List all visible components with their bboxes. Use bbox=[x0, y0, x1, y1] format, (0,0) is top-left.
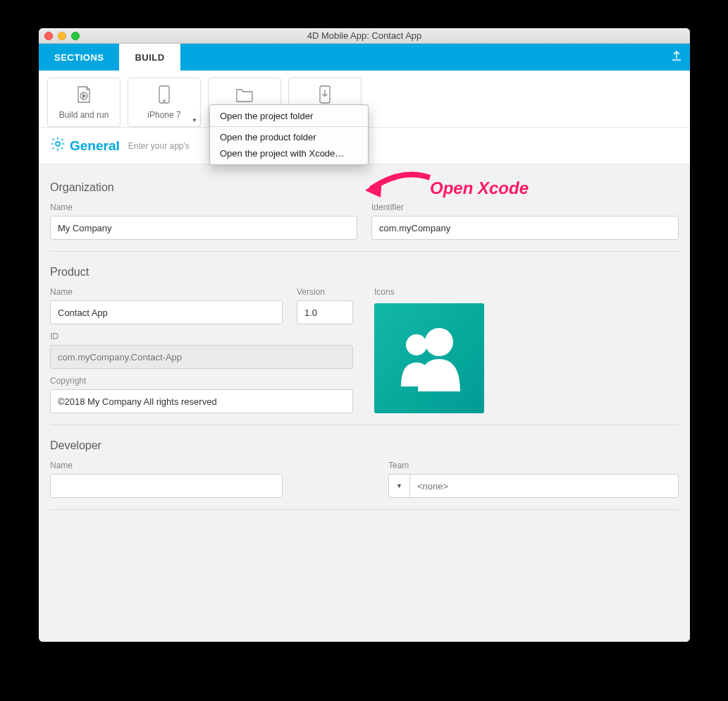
divider bbox=[50, 425, 679, 425]
tabbar: SECTIONS BUILD bbox=[39, 44, 690, 71]
content-area: Organization Name Identifier Product Nam… bbox=[39, 164, 690, 642]
menu-divider bbox=[210, 126, 368, 127]
product-id-label: ID bbox=[50, 331, 353, 341]
divider bbox=[50, 251, 679, 252]
product-version-label: Version bbox=[297, 287, 353, 297]
people-icon bbox=[387, 319, 471, 397]
svg-point-6 bbox=[425, 328, 453, 356]
tab-sections[interactable]: SECTIONS bbox=[39, 44, 119, 71]
upload-icon[interactable] bbox=[672, 49, 681, 63]
menu-open-with-xcode[interactable]: Open the project with Xcode… bbox=[210, 145, 368, 161]
toolbar-label: iPhone 7 bbox=[147, 110, 180, 120]
window-controls bbox=[44, 32, 80, 40]
group-product: Product bbox=[50, 266, 679, 279]
org-name-field[interactable] bbox=[50, 216, 357, 240]
product-copyright-label: Copyright bbox=[50, 376, 353, 386]
menu-open-project-folder[interactable]: Open the project folder bbox=[210, 108, 368, 124]
product-name-label: Name bbox=[50, 287, 283, 297]
group-organization: Organization bbox=[50, 181, 679, 194]
team-dropdown-button[interactable]: ▼ bbox=[388, 474, 409, 498]
svg-point-4 bbox=[56, 142, 60, 146]
section-hint: Enter your app's bbox=[128, 141, 190, 151]
menu-open-product-folder[interactable]: Open the product folder bbox=[210, 129, 368, 145]
product-copyright-field[interactable] bbox=[50, 389, 353, 413]
folder-icon bbox=[235, 87, 254, 104]
annotation-text: Open Xcode bbox=[430, 178, 529, 198]
minimize-icon[interactable] bbox=[58, 32, 66, 40]
toolbar-label: Build and run bbox=[59, 110, 109, 120]
product-name-field[interactable] bbox=[50, 300, 283, 324]
phone-icon bbox=[159, 85, 170, 106]
dev-name-field[interactable] bbox=[50, 474, 283, 498]
svg-point-5 bbox=[406, 334, 427, 355]
section-title: General bbox=[50, 136, 120, 155]
tab-build[interactable]: BUILD bbox=[119, 44, 180, 71]
svg-point-2 bbox=[164, 99, 165, 101]
project-dropdown-menu: Open the project folder Open the product… bbox=[209, 104, 369, 165]
app-icon-preview[interactable] bbox=[374, 303, 484, 413]
team-field[interactable] bbox=[409, 474, 679, 498]
group-developer: Developer bbox=[50, 439, 679, 452]
org-identifier-field[interactable] bbox=[371, 216, 679, 240]
device-select-button[interactable]: iPhone 7 ▼ bbox=[128, 78, 201, 127]
product-version-field[interactable] bbox=[297, 300, 353, 324]
close-icon[interactable] bbox=[44, 32, 53, 40]
chevron-down-icon: ▼ bbox=[192, 117, 197, 123]
product-id-field bbox=[50, 345, 353, 369]
divider bbox=[50, 509, 679, 510]
gear-icon bbox=[50, 136, 66, 155]
org-identifier-label: Identifier bbox=[371, 202, 679, 212]
product-icons-label: Icons bbox=[374, 287, 484, 297]
maximize-icon[interactable] bbox=[71, 32, 80, 40]
dev-name-label: Name bbox=[50, 461, 283, 470]
install-phone-icon bbox=[319, 85, 331, 106]
build-and-run-button[interactable]: Build and run bbox=[47, 78, 121, 127]
window-title: 4D Mobile App: Contact App bbox=[307, 30, 422, 41]
dev-team-label: Team bbox=[388, 461, 679, 470]
org-name-label: Name bbox=[50, 202, 357, 212]
play-document-icon bbox=[75, 85, 92, 106]
annotation-arrow-icon bbox=[365, 168, 433, 203]
titlebar: 4D Mobile App: Contact App bbox=[39, 28, 690, 44]
